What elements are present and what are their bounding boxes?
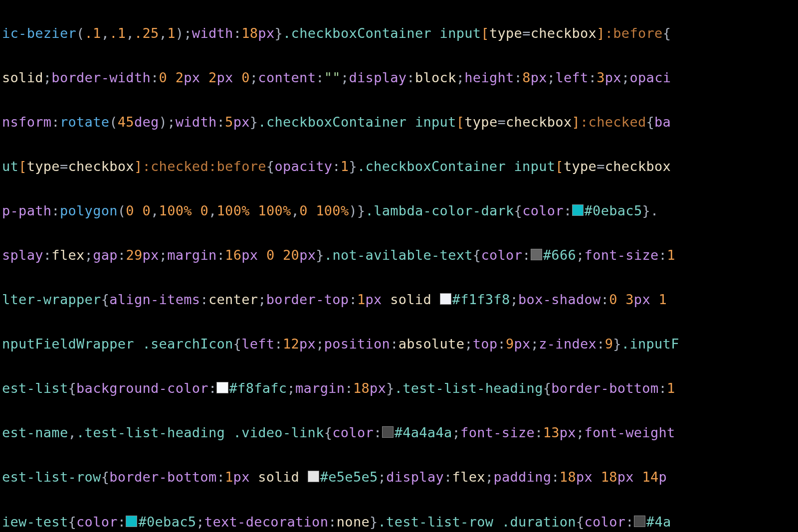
color-swatch-icon: [634, 516, 645, 527]
color-swatch-icon: [308, 471, 319, 482]
code-line: lter-wrapper{align-items:center;border-t…: [2, 289, 798, 311]
code-line: nputFieldWrapper .searchIcon{left:12px;p…: [2, 333, 798, 355]
color-swatch-icon: [382, 426, 394, 438]
code-line: ut[type=checkbox]:checked:before{opacity…: [2, 156, 798, 178]
code-line: est-list{background-color:#f8fafc;margin…: [2, 377, 798, 400]
code-editor-viewport[interactable]: ic-bezier(.1,.1,.25,1);width:18px}.check…: [0, 0, 798, 532]
code-line: est-list-row{border-bottom:1px solid #e5…: [2, 466, 798, 489]
color-swatch-icon: [126, 516, 137, 527]
code-line: iew-test{color:#0ebac5;text-decoration:n…: [2, 511, 798, 532]
color-swatch-icon: [531, 249, 542, 260]
code-line: p-path:polygon(0 0,100% 0,100% 100%,0 10…: [2, 200, 798, 222]
color-swatch-icon: [440, 293, 451, 305]
code-line: est-name,.test-list-heading .video-link{…: [2, 422, 798, 444]
color-swatch-icon: [216, 382, 228, 393]
code-line: ic-bezier(.1,.1,.25,1);width:18px}.check…: [2, 22, 798, 45]
code-line: nsform:rotate(45deg);width:5px}.checkbox…: [2, 111, 798, 134]
code-line: splay:flex;gap:29px;margin:16px 0 20px}.…: [2, 244, 798, 267]
code-line: solid;border-width:0 2px 2px 0;content:"…: [2, 67, 798, 89]
color-swatch-icon: [572, 204, 584, 216]
